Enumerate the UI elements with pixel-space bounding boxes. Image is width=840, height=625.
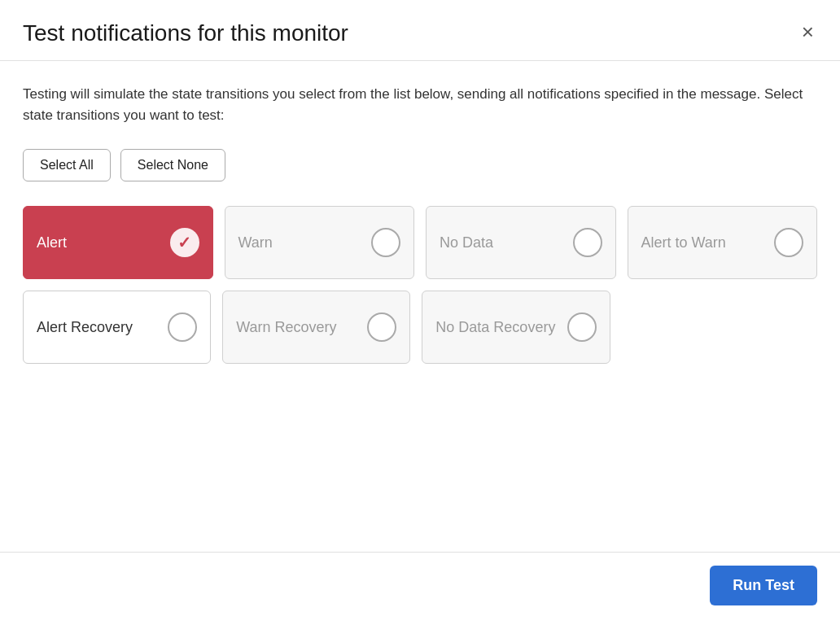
options-row-1: Alert Warn No Data Alert to Warn	[23, 206, 817, 279]
modal-header: Test notifications for this monitor ×	[0, 0, 840, 61]
option-no-data-recovery[interactable]: No Data Recovery	[422, 291, 610, 364]
no-data-radio-icon	[573, 228, 602, 257]
close-button[interactable]: ×	[798, 21, 817, 42]
select-none-button[interactable]: Select None	[120, 149, 225, 181]
alert-checkmark-icon	[170, 228, 199, 257]
option-alert-to-warn[interactable]: Alert to Warn	[628, 206, 818, 279]
warn-recovery-radio-icon	[367, 312, 396, 342]
warn-radio-icon	[371, 228, 400, 257]
option-warn-recovery[interactable]: Warn Recovery	[222, 291, 410, 364]
modal-title: Test notifications for this monitor	[23, 20, 348, 47]
description-text: Testing will simulate the state transiti…	[23, 84, 804, 127]
modal-body: Testing will simulate the state transiti…	[0, 61, 840, 552]
option-warn-recovery-label: Warn Recovery	[236, 318, 336, 337]
option-alert-recovery-label: Alert Recovery	[37, 318, 133, 337]
no-data-recovery-radio-icon	[567, 312, 597, 342]
option-alert-to-warn-label: Alert to Warn	[641, 234, 726, 252]
option-no-data[interactable]: No Data	[426, 206, 616, 279]
option-no-data-recovery-label: No Data Recovery	[435, 318, 555, 337]
run-test-button[interactable]: Run Test	[710, 566, 817, 605]
option-no-data-label: No Data	[440, 234, 493, 252]
options-row-2: Alert Recovery Warn Recovery No Data Rec…	[23, 291, 610, 364]
modal-container: Test notifications for this monitor × Te…	[0, 0, 840, 625]
modal-footer: Run Test	[0, 552, 840, 625]
select-all-button[interactable]: Select All	[23, 149, 111, 181]
option-warn-label: Warn	[238, 234, 273, 252]
option-alert-recovery[interactable]: Alert Recovery	[23, 291, 211, 364]
option-alert[interactable]: Alert	[23, 206, 213, 279]
alert-to-warn-radio-icon	[774, 228, 803, 257]
select-buttons-group: Select All Select None	[23, 149, 817, 181]
option-alert-label: Alert	[37, 234, 67, 252]
alert-recovery-radio-icon	[168, 312, 197, 342]
option-warn[interactable]: Warn	[225, 206, 415, 279]
